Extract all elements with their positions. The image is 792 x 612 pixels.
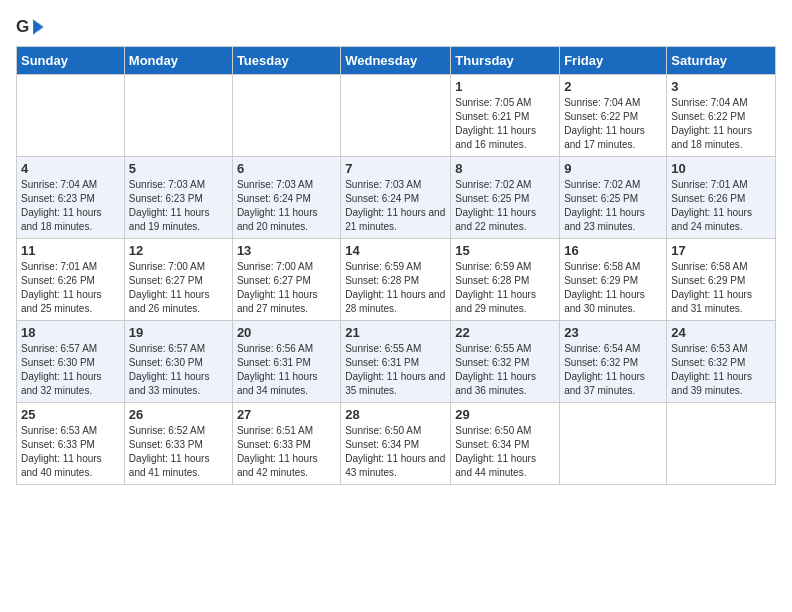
day-info: Sunrise: 6:56 AM Sunset: 6:31 PM Dayligh… xyxy=(237,342,336,398)
day-number: 8 xyxy=(455,161,555,176)
calendar-cell: 12Sunrise: 7:00 AM Sunset: 6:27 PM Dayli… xyxy=(124,239,232,321)
day-number: 13 xyxy=(237,243,336,258)
day-info: Sunrise: 7:00 AM Sunset: 6:27 PM Dayligh… xyxy=(237,260,336,316)
calendar-header-row: SundayMondayTuesdayWednesdayThursdayFrid… xyxy=(17,47,776,75)
day-number: 2 xyxy=(564,79,662,94)
calendar-cell: 25Sunrise: 6:53 AM Sunset: 6:33 PM Dayli… xyxy=(17,403,125,485)
calendar-cell xyxy=(232,75,340,157)
day-info: Sunrise: 7:02 AM Sunset: 6:25 PM Dayligh… xyxy=(564,178,662,234)
day-header-saturday: Saturday xyxy=(667,47,776,75)
calendar-cell: 15Sunrise: 6:59 AM Sunset: 6:28 PM Dayli… xyxy=(451,239,560,321)
calendar-cell: 2Sunrise: 7:04 AM Sunset: 6:22 PM Daylig… xyxy=(560,75,667,157)
day-number: 16 xyxy=(564,243,662,258)
day-header-friday: Friday xyxy=(560,47,667,75)
calendar-cell: 11Sunrise: 7:01 AM Sunset: 6:26 PM Dayli… xyxy=(17,239,125,321)
day-header-sunday: Sunday xyxy=(17,47,125,75)
day-info: Sunrise: 6:57 AM Sunset: 6:30 PM Dayligh… xyxy=(129,342,228,398)
week-row-1: 1Sunrise: 7:05 AM Sunset: 6:21 PM Daylig… xyxy=(17,75,776,157)
day-info: Sunrise: 6:53 AM Sunset: 6:33 PM Dayligh… xyxy=(21,424,120,480)
day-info: Sunrise: 6:50 AM Sunset: 6:34 PM Dayligh… xyxy=(455,424,555,480)
day-info: Sunrise: 7:01 AM Sunset: 6:26 PM Dayligh… xyxy=(671,178,771,234)
day-number: 20 xyxy=(237,325,336,340)
day-number: 18 xyxy=(21,325,120,340)
day-number: 9 xyxy=(564,161,662,176)
calendar-cell xyxy=(124,75,232,157)
header: G xyxy=(16,16,776,38)
day-number: 15 xyxy=(455,243,555,258)
week-row-5: 25Sunrise: 6:53 AM Sunset: 6:33 PM Dayli… xyxy=(17,403,776,485)
day-number: 17 xyxy=(671,243,771,258)
day-number: 14 xyxy=(345,243,446,258)
calendar-cell: 18Sunrise: 6:57 AM Sunset: 6:30 PM Dayli… xyxy=(17,321,125,403)
calendar-cell: 4Sunrise: 7:04 AM Sunset: 6:23 PM Daylig… xyxy=(17,157,125,239)
day-number: 6 xyxy=(237,161,336,176)
calendar-cell: 23Sunrise: 6:54 AM Sunset: 6:32 PM Dayli… xyxy=(560,321,667,403)
calendar-cell: 5Sunrise: 7:03 AM Sunset: 6:23 PM Daylig… xyxy=(124,157,232,239)
day-number: 27 xyxy=(237,407,336,422)
calendar-cell: 8Sunrise: 7:02 AM Sunset: 6:25 PM Daylig… xyxy=(451,157,560,239)
day-number: 7 xyxy=(345,161,446,176)
day-info: Sunrise: 6:54 AM Sunset: 6:32 PM Dayligh… xyxy=(564,342,662,398)
day-number: 25 xyxy=(21,407,120,422)
day-header-monday: Monday xyxy=(124,47,232,75)
day-info: Sunrise: 6:55 AM Sunset: 6:32 PM Dayligh… xyxy=(455,342,555,398)
day-info: Sunrise: 7:03 AM Sunset: 6:24 PM Dayligh… xyxy=(345,178,446,234)
calendar-cell: 29Sunrise: 6:50 AM Sunset: 6:34 PM Dayli… xyxy=(451,403,560,485)
day-number: 3 xyxy=(671,79,771,94)
calendar-cell: 20Sunrise: 6:56 AM Sunset: 6:31 PM Dayli… xyxy=(232,321,340,403)
day-number: 24 xyxy=(671,325,771,340)
day-info: Sunrise: 7:04 AM Sunset: 6:22 PM Dayligh… xyxy=(671,96,771,152)
day-number: 22 xyxy=(455,325,555,340)
day-number: 29 xyxy=(455,407,555,422)
day-number: 12 xyxy=(129,243,228,258)
day-info: Sunrise: 6:52 AM Sunset: 6:33 PM Dayligh… xyxy=(129,424,228,480)
day-info: Sunrise: 7:03 AM Sunset: 6:24 PM Dayligh… xyxy=(237,178,336,234)
svg-marker-2 xyxy=(38,22,44,31)
day-number: 10 xyxy=(671,161,771,176)
calendar: SundayMondayTuesdayWednesdayThursdayFrid… xyxy=(16,46,776,485)
day-info: Sunrise: 6:59 AM Sunset: 6:28 PM Dayligh… xyxy=(455,260,555,316)
day-number: 11 xyxy=(21,243,120,258)
calendar-cell xyxy=(341,75,451,157)
day-info: Sunrise: 6:59 AM Sunset: 6:28 PM Dayligh… xyxy=(345,260,446,316)
day-info: Sunrise: 7:02 AM Sunset: 6:25 PM Dayligh… xyxy=(455,178,555,234)
day-info: Sunrise: 6:51 AM Sunset: 6:33 PM Dayligh… xyxy=(237,424,336,480)
week-row-3: 11Sunrise: 7:01 AM Sunset: 6:26 PM Dayli… xyxy=(17,239,776,321)
day-number: 1 xyxy=(455,79,555,94)
day-info: Sunrise: 6:53 AM Sunset: 6:32 PM Dayligh… xyxy=(671,342,771,398)
calendar-cell: 21Sunrise: 6:55 AM Sunset: 6:31 PM Dayli… xyxy=(341,321,451,403)
svg-text:G: G xyxy=(16,17,29,36)
calendar-cell: 22Sunrise: 6:55 AM Sunset: 6:32 PM Dayli… xyxy=(451,321,560,403)
calendar-cell: 9Sunrise: 7:02 AM Sunset: 6:25 PM Daylig… xyxy=(560,157,667,239)
day-info: Sunrise: 7:00 AM Sunset: 6:27 PM Dayligh… xyxy=(129,260,228,316)
calendar-cell: 17Sunrise: 6:58 AM Sunset: 6:29 PM Dayli… xyxy=(667,239,776,321)
day-info: Sunrise: 6:55 AM Sunset: 6:31 PM Dayligh… xyxy=(345,342,446,398)
calendar-cell: 10Sunrise: 7:01 AM Sunset: 6:26 PM Dayli… xyxy=(667,157,776,239)
calendar-cell: 28Sunrise: 6:50 AM Sunset: 6:34 PM Dayli… xyxy=(341,403,451,485)
day-info: Sunrise: 7:05 AM Sunset: 6:21 PM Dayligh… xyxy=(455,96,555,152)
day-info: Sunrise: 7:03 AM Sunset: 6:23 PM Dayligh… xyxy=(129,178,228,234)
day-header-thursday: Thursday xyxy=(451,47,560,75)
logo: G xyxy=(16,16,48,38)
calendar-cell: 19Sunrise: 6:57 AM Sunset: 6:30 PM Dayli… xyxy=(124,321,232,403)
calendar-cell: 27Sunrise: 6:51 AM Sunset: 6:33 PM Dayli… xyxy=(232,403,340,485)
calendar-cell: 24Sunrise: 6:53 AM Sunset: 6:32 PM Dayli… xyxy=(667,321,776,403)
day-info: Sunrise: 6:58 AM Sunset: 6:29 PM Dayligh… xyxy=(564,260,662,316)
day-number: 23 xyxy=(564,325,662,340)
day-header-tuesday: Tuesday xyxy=(232,47,340,75)
day-info: Sunrise: 7:04 AM Sunset: 6:22 PM Dayligh… xyxy=(564,96,662,152)
day-info: Sunrise: 6:57 AM Sunset: 6:30 PM Dayligh… xyxy=(21,342,120,398)
calendar-cell: 16Sunrise: 6:58 AM Sunset: 6:29 PM Dayli… xyxy=(560,239,667,321)
day-info: Sunrise: 6:50 AM Sunset: 6:34 PM Dayligh… xyxy=(345,424,446,480)
day-number: 21 xyxy=(345,325,446,340)
calendar-cell: 7Sunrise: 7:03 AM Sunset: 6:24 PM Daylig… xyxy=(341,157,451,239)
day-number: 5 xyxy=(129,161,228,176)
calendar-cell: 6Sunrise: 7:03 AM Sunset: 6:24 PM Daylig… xyxy=(232,157,340,239)
day-info: Sunrise: 7:04 AM Sunset: 6:23 PM Dayligh… xyxy=(21,178,120,234)
calendar-cell: 3Sunrise: 7:04 AM Sunset: 6:22 PM Daylig… xyxy=(667,75,776,157)
day-header-wednesday: Wednesday xyxy=(341,47,451,75)
day-number: 28 xyxy=(345,407,446,422)
calendar-cell: 1Sunrise: 7:05 AM Sunset: 6:21 PM Daylig… xyxy=(451,75,560,157)
week-row-2: 4Sunrise: 7:04 AM Sunset: 6:23 PM Daylig… xyxy=(17,157,776,239)
calendar-cell: 13Sunrise: 7:00 AM Sunset: 6:27 PM Dayli… xyxy=(232,239,340,321)
